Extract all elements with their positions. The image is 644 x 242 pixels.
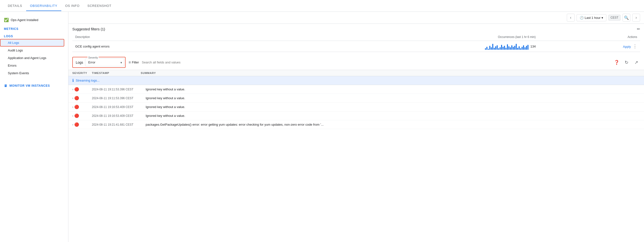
bar-segment — [516, 44, 517, 50]
expand-icon[interactable]: › — [72, 123, 73, 127]
bar-segment — [495, 46, 496, 50]
top-tabs: DETAILS OBSERVABILITY OS INFO SCREENSHOT — [0, 0, 644, 12]
bar-segment — [494, 48, 495, 50]
log-row[interactable]: › 🔴 2024-08-11 19:11:53.396 CEST Ignored… — [68, 85, 644, 94]
log-summary: Ignored key without a value. — [146, 105, 640, 109]
bar-segment — [519, 46, 520, 50]
occurrence-count: 134 — [530, 45, 536, 48]
search-button[interactable]: 🔍 — [622, 14, 630, 22]
sidebar-metrics-label[interactable]: METRICS — [0, 24, 68, 32]
log-summary: Ignored key without a value. — [146, 96, 640, 100]
bar-segment — [489, 46, 490, 50]
time-label: Last 1 hour — [585, 16, 600, 20]
sidebar-item-errors[interactable]: Errors — [0, 62, 64, 69]
bar-segment — [508, 46, 510, 50]
filter-row: Logs Severity Error ▾ ≡ Filter ❓ — [68, 55, 644, 70]
info-icon: ℹ — [72, 78, 74, 83]
log-row[interactable]: › 🔴 2024-08-11 19:16:53.409 CEST Ignored… — [68, 103, 644, 111]
log-severity-cell: › 🔴 — [72, 87, 92, 92]
expand-icon[interactable]: › — [72, 88, 73, 91]
filter-action-buttons: ❓ ↻ ↗ — [613, 59, 640, 66]
more-options-icon[interactable]: ⋮ — [633, 44, 637, 49]
sidebar-item-app-agent-logs[interactable]: Application and Agent Logs — [0, 54, 64, 62]
help-button[interactable]: ❓ — [613, 59, 620, 66]
external-link-button[interactable]: ↗ — [632, 59, 640, 66]
expand-icon[interactable]: › — [72, 105, 73, 109]
tab-observability[interactable]: OBSERVABILITY — [26, 1, 61, 11]
time-picker[interactable]: 🕐 Last 1 hour ▾ — [576, 14, 606, 21]
log-row[interactable]: › 🔴 2024-08-11 19:16:53.409 CEST Ignored… — [68, 111, 644, 120]
bar-segment — [485, 48, 486, 50]
bar-segment — [507, 44, 508, 50]
bar-segment — [486, 47, 488, 50]
bar-segment — [517, 48, 518, 50]
chevron-down-icon: ▾ — [602, 16, 603, 20]
bar-segment — [492, 44, 493, 50]
streaming-row: ℹ Streaming logs... — [68, 76, 644, 85]
log-severity-cell: › 🔴 — [72, 104, 92, 109]
filter-row-gce: GCE config agent errors 134 Apply ⋮ — [72, 41, 640, 52]
monitor-icon: 🖥 — [4, 84, 8, 88]
occurrence-bar-chart — [485, 43, 528, 50]
sidebar-item-system-events[interactable]: System Events — [0, 69, 64, 77]
log-row[interactable]: › 🔴 2024-08-11 19:21:41.681 CEST package… — [68, 120, 644, 129]
expand-icon[interactable]: › — [72, 96, 73, 100]
sidebar-monitor-vm[interactable]: 🖥 MONITOR VM INSTANCES — [0, 81, 68, 91]
expand-icon[interactable]: › — [72, 114, 73, 117]
bar-segment — [513, 47, 514, 50]
clock-icon: 🕐 — [580, 16, 584, 20]
apply-filter-button[interactable]: Apply — [622, 45, 632, 49]
bar-segment — [522, 47, 522, 50]
ops-agent-status: ✅ Ops Agent Installed — [0, 16, 68, 24]
monitor-label: MONITOR VM INSTANCES — [10, 84, 50, 87]
ops-check-icon: ✅ — [4, 18, 9, 22]
suggested-filters-title: Suggested filters (1) ✏ — [72, 27, 640, 31]
timezone-badge: CEST — [608, 15, 620, 21]
col-actions: Actions — [539, 33, 640, 41]
severity-float-label: Severity — [88, 56, 99, 59]
log-row[interactable]: › 🔴 2024-08-11 19:11:53.396 CEST Ignored… — [68, 94, 644, 103]
bar-segment — [491, 47, 492, 50]
bar-segment — [504, 46, 505, 50]
streaming-text: Streaming logs... — [76, 79, 100, 82]
severity-select[interactable]: Error — [85, 58, 124, 66]
next-button[interactable]: › — [632, 14, 640, 22]
logs-severity-box: Logs Severity Error ▾ — [72, 57, 126, 68]
log-timestamp: 2024-08-11 19:16:53.409 CEST — [92, 105, 146, 109]
log-summary: Ignored key without a value. — [146, 87, 640, 91]
bar-segment — [523, 45, 524, 50]
col-header-severity: SEVERITY — [72, 71, 92, 74]
log-severity-cell: › 🔴 — [72, 122, 92, 127]
tab-os-info[interactable]: OS INFO — [61, 1, 84, 11]
prev-button[interactable]: ‹ — [567, 14, 574, 22]
col-header-summary: SUMMARY — [141, 71, 640, 74]
log-timestamp: 2024-08-11 19:11:53.396 CEST — [92, 96, 146, 100]
bar-segment — [528, 45, 528, 50]
content-area: ‹ 🕐 Last 1 hour ▾ CEST 🔍 › Suggested fil… — [68, 12, 644, 242]
filter-label-area: ≡ Filter — [128, 60, 139, 65]
logs-label: Logs — [74, 60, 85, 65]
filter-description: GCE config agent errors — [72, 41, 266, 52]
bar-segment — [501, 45, 502, 50]
bar-segment — [526, 46, 527, 50]
sidebar-item-audit-logs[interactable]: Audit Logs — [0, 47, 64, 54]
sidebar-item-all-logs[interactable]: All Logs — [0, 39, 64, 47]
bar-segment — [514, 46, 515, 50]
refresh-button[interactable]: ↻ — [622, 59, 630, 66]
log-rows: ℹ Streaming logs... › 🔴 2024-08-11 19:11… — [68, 76, 644, 242]
log-severity-cell: › 🔴 — [72, 113, 92, 118]
log-timestamp: 2024-08-11 19:21:41.681 CEST — [92, 123, 146, 127]
log-timestamp: 2024-08-11 19:16:53.409 CEST — [92, 114, 146, 117]
search-input[interactable] — [142, 59, 610, 66]
tab-screenshot[interactable]: SCREENSHOT — [84, 1, 115, 11]
error-icon: 🔴 — [74, 104, 79, 109]
toolbar: ‹ 🕐 Last 1 hour ▾ CEST 🔍 › — [68, 12, 644, 24]
col-occurrences: Occurrences (last 1 hr 6 min) — [266, 33, 539, 41]
log-summary: Ignored key without a value. — [146, 114, 640, 117]
bar-segment — [511, 45, 512, 50]
tab-details[interactable]: DETAILS — [4, 1, 26, 11]
edit-icon[interactable]: ✏ — [637, 27, 640, 31]
bar-segment — [500, 47, 500, 50]
sidebar-logs-label[interactable]: LOGS — [0, 32, 68, 39]
log-summary: packages.GetPackageUpdates() error: erro… — [146, 123, 640, 127]
